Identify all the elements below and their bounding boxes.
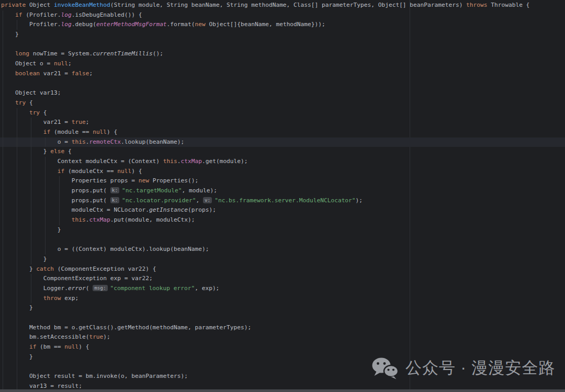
code-line[interactable]: var21 = true; (0, 118, 565, 128)
code-line[interactable]: props.put( k:"nc.locator.provider", v:"n… (0, 196, 565, 206)
code-line[interactable]: props.put( k:"nc.targetModule", module); (0, 186, 565, 196)
code-line[interactable]: if (Profiler.log.isDebugEnabled()) { (0, 10, 565, 20)
indent-guide (17, 167, 17, 177)
code-token: log (61, 21, 72, 28)
code-line[interactable]: Logger.error( msg:"component lookup erro… (0, 284, 565, 294)
code-line[interactable]: long nowTime = System.currentTimeMillis(… (0, 49, 565, 59)
code-token: Object result = bm.invoke(o, beanParamet… (1, 373, 188, 379)
wechat-icon (371, 356, 399, 379)
code-line[interactable] (0, 313, 565, 323)
code-line[interactable]: o = ((Context) moduleCtx).lookup(beanNam… (0, 245, 565, 255)
code-line[interactable]: if (moduleCtx == null) { (0, 167, 565, 177)
indent-guide (17, 108, 17, 118)
code-line[interactable]: Context moduleCtx = (Context) this.ctxMa… (0, 157, 565, 167)
indent-guide (3, 372, 3, 382)
indent-guide (45, 205, 46, 215)
indent-guide (3, 342, 3, 352)
indent-guide (17, 176, 17, 186)
code-token: log (61, 11, 72, 18)
indent-guide (31, 176, 31, 186)
code-line[interactable]: boolean var21 = false; (0, 69, 565, 79)
code-token: null (64, 343, 78, 350)
indent-guide (3, 167, 3, 177)
indent-guide (31, 118, 31, 128)
code-token: currentTimeMillis (93, 50, 153, 57)
code-line[interactable]: private Object invokeBeanMethod(String m… (0, 1, 565, 10)
indent-guide (17, 323, 17, 333)
code-token: props.put( (1, 187, 110, 194)
indent-guide (17, 303, 17, 313)
code-token: ComponentException exp = var22; (1, 275, 153, 282)
code-line[interactable]: ComponentException exp = var22; (0, 274, 565, 284)
indent-guide (31, 225, 31, 235)
code-line[interactable]: Object o = null; (0, 59, 565, 69)
indent-guide (3, 255, 3, 264)
indent-guide (17, 225, 17, 235)
code-token: } (1, 148, 50, 155)
indent-guide (17, 352, 17, 362)
code-token: .format( (167, 21, 195, 28)
code-line[interactable]: Method bm = o.getClass().getMethod(metho… (0, 323, 565, 333)
indent-guide (31, 196, 31, 206)
code-line[interactable]: bm.setAccessible(true); (0, 332, 565, 342)
code-line[interactable]: } (0, 225, 565, 235)
indent-guide (3, 186, 3, 196)
indent-guide (17, 294, 17, 304)
code-token: if (15, 11, 22, 18)
indent-guide (3, 20, 3, 30)
code-line[interactable]: try { (0, 98, 565, 108)
code-token: throw (43, 295, 61, 302)
code-line[interactable]: } (0, 303, 565, 313)
code-editor[interactable]: private Object invokeBeanMethod(String m… (0, 0, 565, 392)
indent-guide (31, 205, 31, 215)
code-token: enterMethodMsgFormat (96, 21, 167, 28)
code-token: null (54, 60, 68, 67)
code-line[interactable]: Object var13; (0, 88, 565, 98)
indent-guide (59, 215, 60, 225)
indent-guide (17, 128, 17, 137)
code-line[interactable]: } catch (ComponentException var22) { (0, 264, 565, 274)
code-token: { (40, 109, 47, 116)
code-line[interactable] (0, 79, 565, 89)
code-line[interactable]: throw exp; (0, 294, 565, 304)
code-token: "component lookup error" (110, 285, 195, 292)
indent-guide (17, 215, 17, 225)
indent-guide (31, 128, 31, 137)
code-token: o = ((Context) moduleCtx).lookup(beanNam… (1, 246, 209, 252)
code-line[interactable]: try { (0, 108, 565, 118)
code-token: (moduleCtx == (64, 168, 117, 175)
indent-guide (3, 332, 3, 342)
parameter-hint: k: (110, 187, 119, 193)
code-token: , exp); (195, 285, 219, 292)
indent-guide (3, 128, 3, 137)
code-line[interactable]: } (0, 30, 565, 40)
indent-guide (59, 186, 60, 196)
code-token: if (29, 343, 36, 350)
code-token (1, 99, 15, 106)
code-line[interactable]: moduleCtx = NCLocator.getInstance(props)… (0, 205, 565, 215)
code-token (1, 129, 43, 135)
indent-guide (31, 235, 31, 245)
code-token: var13 = result; (1, 383, 82, 389)
indent-guide (45, 245, 46, 255)
code-line[interactable]: Properties props = new Properties(); (0, 176, 565, 186)
code-token: (bm == (36, 343, 64, 350)
indent-guide (45, 176, 46, 186)
code-line[interactable]: Profiler.log.debug(enterMethodMsgFormat.… (0, 20, 565, 30)
parameter-hint: msg: (93, 285, 107, 291)
code-line[interactable]: this.ctxMap.put(module, moduleCtx); (0, 215, 565, 225)
code-line[interactable]: if (bm == null) { (0, 342, 565, 352)
code-token: new (195, 21, 206, 28)
code-token: var21 = (40, 70, 72, 77)
code-line[interactable]: if (module == null) { (0, 128, 565, 137)
code-token: Properties props = (1, 177, 139, 184)
code-line[interactable] (0, 40, 565, 50)
code-line[interactable]: o = this.remoteCtx.lookup(beanName); (0, 137, 565, 147)
code-token: (ComponentException var22) { (54, 266, 156, 272)
indent-guide (31, 186, 31, 196)
code-line[interactable]: } else { (0, 147, 565, 157)
indent-guide (17, 332, 17, 342)
code-line[interactable]: } (0, 255, 565, 264)
code-line[interactable] (0, 235, 565, 245)
indent-guide (3, 352, 3, 362)
